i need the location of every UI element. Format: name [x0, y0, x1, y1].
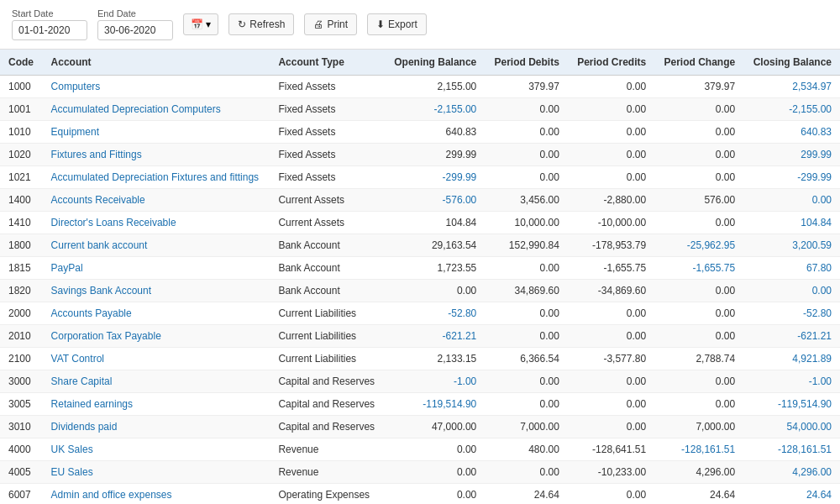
start-date-input[interactable]	[12, 20, 87, 40]
account-link[interactable]: PayPal	[51, 262, 83, 274]
account-link[interactable]: Corporation Tax Payable	[51, 330, 161, 342]
export-icon: ⬇	[376, 18, 385, 30]
cell-debits: 0.00	[485, 302, 568, 325]
cell-closing: 67.80	[743, 257, 840, 280]
account-link[interactable]: Equipment	[51, 126, 99, 138]
cell-opening: 2,133.15	[385, 348, 486, 370]
refresh-button[interactable]: ↻ Refresh	[228, 13, 294, 35]
cell-account[interactable]: Fixtures and Fittings	[43, 144, 270, 166]
cell-closing: 4,296.00	[743, 461, 840, 484]
cell-account[interactable]: Accumulated Depreciation Fixtures and fi…	[43, 166, 270, 189]
cell-debits: 34,869.60	[485, 280, 568, 302]
account-link[interactable]: VAT Control	[51, 353, 104, 365]
account-link[interactable]: Accounts Receivable	[51, 194, 145, 206]
table-row: 6007 Admin and office expenses Operating…	[0, 484, 840, 505]
cell-debits: 10,000.00	[485, 212, 568, 234]
export-button[interactable]: ⬇ Export	[367, 13, 427, 35]
cell-debits: 0.00	[485, 325, 568, 348]
cell-account[interactable]: Accumulated Depreciation Computers	[43, 98, 270, 121]
cell-account[interactable]: Accounts Payable	[43, 302, 270, 325]
account-link[interactable]: Dividends paid	[51, 421, 118, 433]
cell-account[interactable]: Dividends paid	[43, 416, 270, 438]
cell-account[interactable]: Equipment	[43, 121, 270, 144]
cell-type: Capital and Reserves	[270, 370, 384, 393]
account-link[interactable]: Accounts Payable	[51, 307, 132, 319]
cell-change: 0.00	[654, 370, 743, 393]
cell-debits: 480.00	[485, 438, 568, 461]
account-link[interactable]: Share Capital	[51, 375, 113, 387]
cell-closing: -299.99	[743, 166, 840, 189]
account-link[interactable]: Current bank account	[51, 239, 148, 251]
col-closing-balance: Closing Balance	[743, 50, 840, 76]
cell-code: 1000	[0, 76, 43, 98]
col-opening-balance: Opening Balance	[385, 50, 486, 76]
cell-change: 0.00	[654, 212, 743, 234]
cell-account[interactable]: Retained earnings	[43, 393, 270, 416]
table-row: 2100 VAT Control Current Liabilities 2,1…	[0, 348, 840, 370]
cell-opening: 29,163.54	[385, 234, 486, 257]
cell-change: 379.97	[654, 76, 743, 98]
table-row: 1815 PayPal Bank Account 1,723.55 0.00 -…	[0, 257, 840, 280]
cell-account[interactable]: EU Sales	[43, 461, 270, 484]
cell-account[interactable]: Director's Loans Receivable	[43, 212, 270, 234]
account-link[interactable]: Admin and office expenses	[51, 489, 172, 501]
cell-change: 2,788.74	[654, 348, 743, 370]
cell-code: 2000	[0, 302, 43, 325]
account-link[interactable]: Savings Bank Account	[51, 285, 151, 297]
col-period-change: Period Change	[654, 50, 743, 76]
cell-credits: 0.00	[568, 370, 654, 393]
account-link[interactable]: EU Sales	[51, 466, 93, 478]
account-link[interactable]: Retained earnings	[51, 398, 133, 410]
table-row: 2010 Corporation Tax Payable Current Lia…	[0, 325, 840, 348]
cell-account[interactable]: Accounts Receivable	[43, 189, 270, 212]
cell-code: 1820	[0, 280, 43, 302]
cell-type: Revenue	[270, 461, 384, 484]
table-row: 1000 Computers Fixed Assets 2,155.00 379…	[0, 76, 840, 98]
cell-closing: 2,534.97	[743, 76, 840, 98]
cell-credits: 0.00	[568, 121, 654, 144]
col-account: Account	[43, 50, 270, 76]
cell-credits: -10,233.00	[568, 461, 654, 484]
cell-opening: -299.99	[385, 166, 486, 189]
cell-debits: 152,990.84	[485, 234, 568, 257]
cell-closing: -52.80	[743, 302, 840, 325]
account-link[interactable]: Accumulated Depreciation Computers	[51, 103, 221, 115]
cell-type: Fixed Assets	[270, 121, 384, 144]
cell-credits: 0.00	[568, 325, 654, 348]
cell-code: 3010	[0, 416, 43, 438]
cell-change: 0.00	[654, 98, 743, 121]
table-row: 2000 Accounts Payable Current Liabilitie…	[0, 302, 840, 325]
cell-closing: -621.21	[743, 325, 840, 348]
cell-code: 2100	[0, 348, 43, 370]
cell-account[interactable]: Computers	[43, 76, 270, 98]
cell-debits: 0.00	[485, 166, 568, 189]
table-row: 4000 UK Sales Revenue 0.00 480.00 -128,6…	[0, 438, 840, 461]
cell-credits: -2,880.00	[568, 189, 654, 212]
cell-debits: 0.00	[485, 393, 568, 416]
cell-account[interactable]: Corporation Tax Payable	[43, 325, 270, 348]
cell-account[interactable]: PayPal	[43, 257, 270, 280]
end-date-label: End Date	[97, 8, 173, 18]
account-link[interactable]: UK Sales	[51, 444, 93, 455]
cell-credits: -178,953.79	[568, 234, 654, 257]
cell-credits: 0.00	[568, 166, 654, 189]
cell-account[interactable]: Share Capital	[43, 370, 270, 393]
account-link[interactable]: Accumulated Depreciation Fixtures and fi…	[51, 171, 259, 183]
cell-change: 0.00	[654, 144, 743, 166]
cell-account[interactable]: Admin and office expenses	[43, 484, 270, 505]
end-date-input[interactable]	[97, 20, 173, 40]
calendar-button[interactable]: 📅 ▾	[183, 13, 218, 35]
cell-opening: -1.00	[385, 370, 486, 393]
account-link[interactable]: Director's Loans Receivable	[51, 217, 176, 228]
cell-account[interactable]: VAT Control	[43, 348, 270, 370]
cell-account[interactable]: Savings Bank Account	[43, 280, 270, 302]
account-link[interactable]: Computers	[51, 81, 101, 92]
account-link[interactable]: Fixtures and Fittings	[51, 149, 142, 160]
cell-change: 0.00	[654, 280, 743, 302]
cell-opening: 2,155.00	[385, 76, 486, 98]
table-header-row: Code Account Account Type Opening Balanc…	[0, 50, 840, 76]
cell-account[interactable]: Current bank account	[43, 234, 270, 257]
print-button[interactable]: 🖨 Print	[304, 13, 357, 35]
cell-account[interactable]: UK Sales	[43, 438, 270, 461]
cell-opening: 0.00	[385, 461, 486, 484]
